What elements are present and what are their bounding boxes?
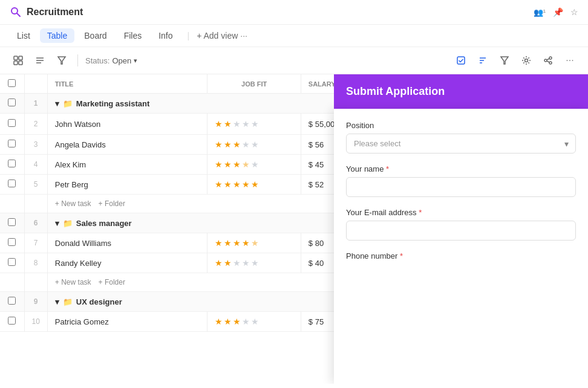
- row-num-cell: 4: [24, 155, 47, 175]
- group-checkbox[interactable]: [8, 99, 16, 106]
- star-filled: ★: [215, 140, 223, 149]
- star-filled: ★: [251, 179, 259, 189]
- phone-label: Phone number *: [346, 251, 576, 260]
- folder-icon: 📁: [63, 99, 73, 108]
- jobfit-cell: ★ ★ ★ ★ ★: [207, 135, 301, 155]
- svg-rect-2: [14, 56, 18, 60]
- filter-button[interactable]: [53, 52, 70, 69]
- tab-table[interactable]: Table: [40, 28, 74, 43]
- modal-body: Position Please select Marketing assista…: [334, 109, 588, 384]
- star-filled: ★: [224, 179, 232, 189]
- name-label: Your name *: [346, 164, 576, 173]
- star-filled: ★: [242, 160, 250, 169]
- tab-list[interactable]: List: [10, 28, 38, 43]
- add-view-button[interactable]: + Add view: [197, 31, 238, 40]
- name-field-group: Your name *: [346, 164, 576, 197]
- settings-button[interactable]: [518, 52, 535, 69]
- sort-button[interactable]: [474, 52, 491, 69]
- tab-files[interactable]: Files: [117, 28, 149, 43]
- tab-info[interactable]: Info: [151, 28, 180, 43]
- select-all-checkbox[interactable]: [8, 79, 16, 87]
- star-empty: ★: [233, 119, 241, 129]
- title-header: TITLE: [47, 74, 207, 94]
- pin-icon[interactable]: 📌: [553, 7, 563, 17]
- row-num-cell: 2: [24, 114, 47, 135]
- row-num-cell: 10: [24, 312, 47, 332]
- row-checkbox[interactable]: [8, 140, 16, 147]
- star-filled: ★: [224, 317, 232, 326]
- row-num-cell: 6: [24, 213, 47, 233]
- star-icon[interactable]: ☆: [570, 7, 578, 17]
- row-checkbox[interactable]: [8, 317, 16, 325]
- name-cell: John Watson: [47, 114, 207, 135]
- nav-more-button[interactable]: ···: [240, 31, 247, 40]
- collapse-icon[interactable]: ▾: [55, 219, 59, 228]
- name-cell: Randy Kelley: [47, 253, 207, 273]
- star-empty: ★: [242, 317, 250, 326]
- nav-tabs: List Table Board Files Info | + Add view…: [0, 25, 588, 47]
- star-filled: ★: [224, 258, 232, 268]
- row-num-cell: 9: [24, 292, 47, 312]
- app-title: Recruitment: [27, 7, 83, 18]
- add-task-button[interactable]: + New task: [55, 278, 91, 286]
- star-filled: ★: [215, 179, 223, 189]
- name-cell: Alex Kim: [47, 155, 207, 175]
- star-filled: ★: [224, 238, 232, 248]
- status-filter[interactable]: Status: Open ▾: [85, 56, 137, 65]
- jobfit-cell: ★ ★ ★ ★ ★: [207, 114, 301, 135]
- row-checkbox[interactable]: [8, 238, 16, 246]
- layout-toggle-button[interactable]: [10, 52, 27, 69]
- group-name: Marketing assistant: [76, 99, 149, 108]
- row-checkbox[interactable]: [8, 258, 16, 266]
- users-icon[interactable]: 👥¹: [534, 8, 546, 17]
- group-checkbox[interactable]: [8, 297, 16, 305]
- row-checkbox[interactable]: [8, 179, 16, 187]
- star-filled: ★: [215, 160, 223, 169]
- svg-rect-10: [457, 57, 465, 64]
- toolbar-left: Status: Open ▾: [10, 52, 448, 69]
- group-name: Sales manager: [76, 219, 132, 228]
- add-folder-button[interactable]: + Folder: [99, 278, 125, 286]
- tab-board[interactable]: Board: [77, 28, 114, 43]
- filter2-button[interactable]: [496, 52, 513, 69]
- star-empty: ★: [242, 140, 250, 149]
- star-filled: ★: [233, 160, 241, 169]
- email-input[interactable]: [346, 221, 576, 241]
- group-checkbox[interactable]: [8, 218, 16, 226]
- star-empty: ★: [251, 258, 259, 268]
- star-filled: ★: [224, 119, 232, 129]
- star-empty: ★: [242, 119, 250, 129]
- svg-point-18: [549, 62, 552, 64]
- position-label: Position: [346, 121, 576, 130]
- name-cell: Petr Berg: [47, 175, 207, 195]
- settings-icon: [521, 56, 531, 65]
- add-folder-button[interactable]: + Folder: [99, 199, 125, 208]
- position-select[interactable]: Please select Marketing assistant Sales …: [346, 134, 576, 154]
- row-checkbox[interactable]: [8, 160, 16, 167]
- filter-icon: [57, 56, 67, 65]
- row-num-cell: 3: [24, 135, 47, 155]
- sort-icon: [478, 56, 488, 65]
- phone-required-indicator: *: [400, 251, 403, 260]
- row-checkbox[interactable]: [8, 119, 16, 127]
- star-filled: ★: [224, 140, 232, 149]
- fields-button[interactable]: [31, 52, 48, 69]
- jobfit-cell: ★ ★ ★ ★ ★: [207, 233, 301, 253]
- share-button[interactable]: [540, 52, 557, 69]
- submit-application-modal: Submit Application Position Please selec…: [334, 74, 588, 384]
- checkbox-header: [0, 74, 24, 94]
- email-label: Your E-mail address *: [346, 208, 576, 217]
- collapse-icon[interactable]: ▾: [55, 99, 59, 108]
- svg-rect-5: [19, 61, 22, 65]
- check-icon-button[interactable]: [452, 52, 469, 69]
- overflow-button[interactable]: ···: [561, 52, 578, 69]
- name-input[interactable]: [346, 177, 576, 197]
- modal-header: Submit Application: [334, 74, 588, 109]
- add-task-button[interactable]: + New task: [55, 199, 91, 208]
- star-filled: ★: [233, 317, 241, 326]
- row-num-cell: 1: [24, 94, 47, 114]
- jobfit-cell: ★ ★ ★ ★ ★: [207, 155, 301, 175]
- svg-marker-9: [58, 57, 65, 64]
- collapse-icon[interactable]: ▾: [55, 297, 59, 306]
- row-num-cell: 7: [24, 233, 47, 253]
